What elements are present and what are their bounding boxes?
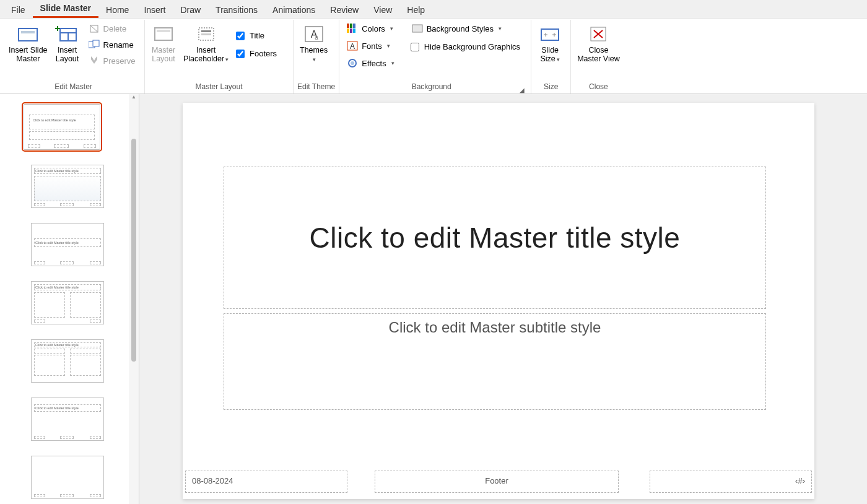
- svg-point-26: [351, 61, 354, 65]
- background-styles-label: Background Styles: [427, 24, 494, 33]
- delete-label: Delete: [103, 24, 127, 33]
- insert-layout-button[interactable]: Insert Layout: [53, 21, 82, 66]
- placeholder-icon: [194, 24, 219, 45]
- slide-size-icon: [538, 24, 562, 45]
- layout-thumbnail[interactable]: [31, 456, 104, 499]
- layout-thumbnail[interactable]: Click to edit Master title style: [31, 281, 104, 324]
- master-layout-icon: [151, 24, 176, 45]
- footers-checkbox[interactable]: Footers: [233, 45, 279, 62]
- svg-rect-18: [350, 24, 352, 28]
- thumb-title: Click to edit Master title style: [35, 285, 79, 289]
- subtitle-placeholder[interactable]: Click to edit Master subtitle style: [224, 313, 766, 410]
- group-master-layout: Master Layout Insert Placeholder▾ Title …: [145, 20, 294, 93]
- close-master-view-label: Close Master View: [577, 46, 620, 64]
- rename-button[interactable]: Rename: [85, 37, 139, 52]
- group-label-size: Size: [535, 81, 567, 93]
- preserve-button: Preserve: [85, 53, 139, 68]
- thumbnail-pane: Click to edit Master title style Click t…: [0, 94, 139, 504]
- slide-master-canvas[interactable]: Click to edit Master title style Click t…: [183, 103, 814, 499]
- date-text: 08-08-2024: [192, 476, 233, 485]
- rename-label: Rename: [103, 40, 134, 50]
- slide-number-placeholder[interactable]: ‹#›: [650, 471, 812, 493]
- tab-draw[interactable]: Draw: [173, 2, 208, 18]
- tab-home[interactable]: Home: [98, 2, 136, 18]
- group-size: Slide Size▾ Size: [531, 20, 571, 93]
- group-label-edit-theme: Edit Theme: [297, 81, 335, 93]
- themes-button[interactable]: Aa Themes▾: [297, 21, 330, 66]
- insert-placeholder-button[interactable]: Insert Placeholder▾: [181, 21, 231, 66]
- title-checkbox[interactable]: Title: [233, 27, 279, 44]
- svg-rect-17: [347, 24, 349, 28]
- svg-rect-13: [201, 33, 211, 35]
- effects-label: Effects: [362, 59, 386, 68]
- layout-thumbnail[interactable]: Click to edit Master title style: [31, 165, 104, 208]
- thumbnail-scrollbar[interactable]: ▲: [129, 94, 139, 504]
- hide-background-checkbox[interactable]: Hide Background Graphics: [408, 38, 523, 55]
- hide-background-label: Hide Background Graphics: [424, 42, 520, 51]
- svg-text:a: a: [315, 34, 318, 41]
- preserve-icon: [89, 55, 100, 66]
- chevron-down-icon: ▾: [313, 56, 316, 63]
- svg-rect-1: [21, 31, 35, 33]
- insert-slide-master-button[interactable]: Insert Slide Master: [6, 21, 50, 66]
- footer-placeholder[interactable]: Footer: [375, 471, 619, 493]
- scroll-up-button[interactable]: ▲: [129, 94, 139, 102]
- tab-transitions[interactable]: Transitions: [208, 2, 265, 18]
- footers-check-label: Footers: [250, 49, 277, 58]
- hide-background-check-input[interactable]: [411, 43, 419, 51]
- themes-icon: Aa: [302, 24, 326, 45]
- tab-slide-master[interactable]: Slide Master: [33, 0, 98, 18]
- fonts-icon: A: [347, 40, 358, 51]
- title-check-label: Title: [250, 31, 264, 40]
- subtitle-text: Click to edit Master subtitle style: [389, 319, 601, 336]
- date-placeholder[interactable]: 08-08-2024: [185, 471, 347, 493]
- tab-help[interactable]: Help: [399, 2, 432, 18]
- layout-thumbnail[interactable]: Click to edit Master title style: [31, 398, 104, 441]
- colors-button[interactable]: Colors▾: [343, 21, 398, 36]
- title-check-input[interactable]: [236, 32, 245, 40]
- background-styles-button[interactable]: Background Styles▾: [408, 21, 523, 36]
- chevron-down-icon: ▾: [390, 25, 393, 32]
- chevron-down-icon: ▾: [391, 60, 394, 66]
- footers-check-input[interactable]: [236, 50, 245, 58]
- svg-rect-10: [157, 30, 170, 32]
- insert-slide-master-label: Insert Slide Master: [9, 46, 48, 64]
- group-label-close: Close: [575, 81, 622, 93]
- tab-insert[interactable]: Insert: [136, 2, 173, 18]
- tab-animations[interactable]: Animations: [265, 2, 323, 18]
- colors-label: Colors: [362, 24, 385, 33]
- slide-master-icon: [15, 24, 40, 45]
- content-area: Click to edit Master title style Click t…: [0, 94, 867, 504]
- insert-layout-label: Insert Layout: [56, 46, 79, 64]
- group-edit-master: Insert Slide Master Insert Layout Delete…: [2, 20, 145, 93]
- effects-icon: [347, 58, 358, 69]
- svg-rect-22: [353, 28, 355, 33]
- title-placeholder[interactable]: Click to edit Master title style: [224, 167, 766, 309]
- footer-text: Footer: [485, 476, 508, 485]
- group-background: Colors▾ A Fonts▾ Effects▾ Background Sty…: [339, 20, 531, 93]
- background-styles-icon: [412, 23, 423, 34]
- tab-file[interactable]: File: [4, 2, 33, 18]
- thumb-master-title: Click to edit Master title style: [33, 118, 76, 122]
- scroll-thumb[interactable]: [131, 139, 136, 362]
- layout-thumbnail[interactable]: Click to edit Master title style: [31, 339, 104, 383]
- tab-review[interactable]: Review: [323, 2, 366, 18]
- chevron-down-icon: ▾: [557, 56, 560, 63]
- slide-master-thumbnail[interactable]: Click to edit Master title style: [24, 104, 100, 150]
- colors-icon: [347, 23, 358, 34]
- svg-rect-27: [412, 25, 422, 32]
- slide-size-button[interactable]: Slide Size▾: [535, 21, 565, 66]
- group-label-background: Background: [343, 81, 520, 93]
- svg-line-6: [90, 25, 98, 32]
- fonts-button[interactable]: A Fonts▾: [343, 38, 398, 53]
- close-master-view-button[interactable]: Close Master View: [575, 21, 622, 66]
- insert-layout-icon: [55, 24, 80, 45]
- svg-rect-8: [93, 40, 99, 46]
- layout-thumbnail[interactable]: Click to edit Master title style: [31, 223, 104, 266]
- background-dialog-launcher[interactable]: ◢: [520, 87, 527, 93]
- effects-button[interactable]: Effects▾: [343, 56, 398, 71]
- close-icon: [586, 24, 611, 45]
- tab-view[interactable]: View: [366, 2, 399, 18]
- delete-button: Delete: [85, 21, 139, 36]
- thumb-title: Click to edit Master title style: [35, 241, 79, 245]
